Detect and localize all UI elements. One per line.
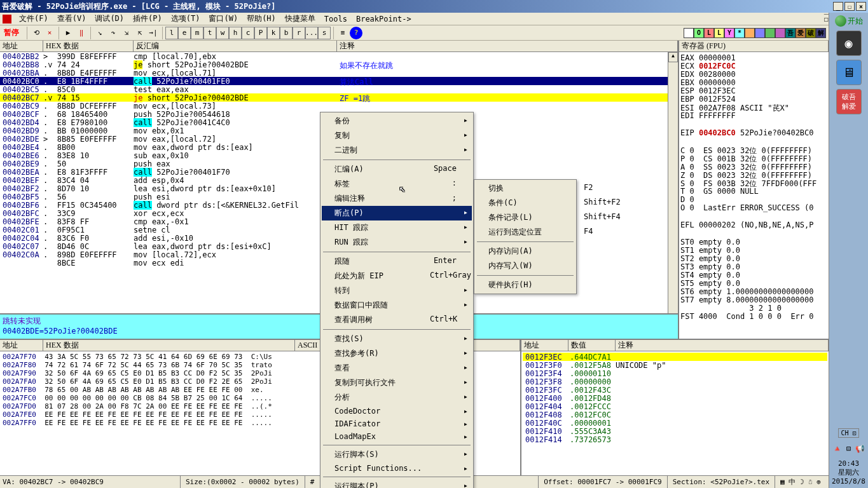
cpu-row[interactable]: 00402BC0. E8 1BF4FFFFcall 52PoJie?00401F… [0,77,678,85]
menu-item[interactable]: 切换F2 [476,181,575,196]
stack-row[interactable]: 0012F3FC.0012F43C [523,386,827,394]
dump-header-hex[interactable]: HEX 数据 [43,340,295,351]
close-icon[interactable]: × [43,27,56,39]
menu-debug[interactable]: 调试(D) [91,13,128,25]
list-icon[interactable]: ≡ [336,27,349,39]
menu-item[interactable]: 断点(P)▸ [322,206,472,220]
stack-row[interactable]: 0012F3EC.644DC7A1 [523,353,827,361]
stack-row[interactable]: 0012F40C.00000001 [523,419,827,427]
menu-item[interactable]: 查看调用树Ctrl+K [322,313,472,327]
help-icon[interactable]: ? [350,27,362,39]
menu-item[interactable]: IDAFicator▸ [322,417,472,430]
menu-item[interactable]: HIT 跟踪▸ [322,220,472,235]
stack-row[interactable]: 0012F3F4.00000110 [523,369,827,377]
menu-options[interactable]: 选项(T) [167,13,204,25]
stack-row[interactable]: 0012F404.0012FCCC [523,402,827,410]
stack-header-value[interactable]: 数值 [568,340,616,351]
menu-item[interactable]: 跟随Enter [322,254,472,269]
toolbar-btn-h[interactable]: h [229,27,242,39]
menu-view[interactable]: 查看(V) [53,13,90,25]
menu-window[interactable]: 窗口(W) [205,13,242,25]
stack-row[interactable]: 0012F3F8.00000000 [523,377,827,386]
toolbar-btn-k[interactable]: k [267,27,280,39]
maximize-button[interactable]: ☐ [844,2,855,11]
menu-item[interactable]: 运行脚本(S)▸ [322,447,472,462]
plugin-square[interactable] [684,28,694,38]
cpu-row[interactable]: 00402BBA. 8B8D E4FEFFFFmov ecx,[local.71… [0,69,678,77]
menu-item[interactable]: Script Functions...▸ [322,462,472,475]
header-comment[interactable]: 注释 [337,41,678,51]
start-button[interactable]: 开始 [835,15,863,27]
toolbar-btn-...[interactable]: ... [305,27,318,39]
menu-item[interactable]: 转到▸ [322,283,472,298]
tray-icon-display[interactable]: 🖥 [836,60,862,85]
plugin-square[interactable] [775,28,785,38]
menu-item[interactable]: 查找参考(R)▸ [322,346,472,361]
plugin-square[interactable] [765,28,775,38]
registers-pane[interactable]: 寄存器 (FPU) EAX 00000001ECX 0012FC0CEDX 00… [679,41,829,339]
stack-header-comment[interactable]: 注释 [616,340,829,351]
toolbar-btn-r[interactable]: r [293,27,305,39]
menu-breakpoint[interactable]: BreakPoint-> [352,14,415,24]
mdi-minimize[interactable]: _ [824,6,829,15]
menu-item[interactable]: 此处为新 EIPCtrl+Gray * [322,269,472,283]
menu-tools[interactable]: Tools [320,14,351,24]
system-clock[interactable]: 20:43 星期六 2015/8/8 [832,459,865,488]
menu-item[interactable]: 查看▸ [322,361,472,376]
step-into-icon[interactable]: ↘ [93,27,106,39]
menu-item[interactable]: 条件(C)Shift+F2 [476,196,575,210]
toolbar-btn-e[interactable]: e [178,27,191,39]
tray-icon-app[interactable]: 破吾解爱 [836,89,862,114]
menu-shortcut[interactable]: 快捷菜单 [281,13,319,25]
toolbar-btn-b[interactable]: b [280,27,293,39]
stack-listing[interactable]: 0012F3EC.644DC7A10012F3F0.0012F5A8UNICOD… [521,351,829,475]
context-menu[interactable]: 备份▸复制▸二进制▸汇编(A)Space标签:编辑注释;断点(P)▸HIT 跟踪… [320,112,474,488]
cpu-row[interactable]: 00402BB2> 399D E8FEFFFFcmp [local.70],eb… [0,52,678,60]
plugin-square[interactable] [745,28,755,38]
menu-item[interactable]: 硬件执行(H) [476,278,575,292]
trace-over-icon[interactable]: ⇱ [134,27,146,39]
header-disasm[interactable]: 反汇编 [134,41,337,51]
toolbar-btn-P[interactable]: P [254,27,267,39]
menu-item[interactable]: 数据窗口中跟随▸ [322,298,472,313]
toolbar-btn-m[interactable]: m [191,27,203,39]
menu-item[interactable]: 二进制▸ [322,143,472,158]
menu-file[interactable]: 文件(F) [15,13,52,25]
plugin-square[interactable]: 吾 [785,28,796,38]
menu-item[interactable]: 备份▸ [322,114,472,128]
plugin-square[interactable] [755,28,765,38]
menu-item[interactable]: 分析▸ [322,390,472,405]
close-button[interactable]: × [856,2,866,11]
menu-item[interactable]: 内存访问(A) [476,244,575,259]
run-till-icon[interactable]: →| [147,27,160,39]
cpu-row[interactable]: 00402BC7.v 74 15je short 52PoJie?00402BD… [0,93,678,102]
menu-item[interactable]: LoadMapEx▸ [322,430,472,443]
stack-row[interactable]: 0012F408.0012FC0C [523,410,827,419]
menu-item[interactable]: 标签: [322,177,472,191]
header-address[interactable]: 地址 [0,41,43,51]
menu-help[interactable]: 帮助(H) [243,13,280,25]
menu-item[interactable]: 复制到可执行文件▸ [322,376,472,390]
stack-row[interactable]: 0012F3F0.0012F5A8UNICODE "p" [523,361,827,369]
menu-item[interactable]: 内存写入(W) [476,259,575,273]
stack-header-address[interactable]: 地址 [521,340,568,351]
tray-icon-obs[interactable]: ◉ [836,30,862,56]
dump-header-address[interactable]: 地址 [0,340,43,351]
cpu-row[interactable]: 00402BB8.v 74 24je short 52PoJie?00402BD… [0,60,678,69]
plugin-square[interactable]: * [734,28,745,38]
plugin-square[interactable]: 破 [806,28,816,38]
stack-row[interactable]: 0012F400.0012FD48 [523,394,827,402]
ime-indicator[interactable]: CH ⊡ [838,428,858,438]
menu-item[interactable]: 条件记录(L)Shift+F4 [476,210,575,225]
plugin-square[interactable]: O [694,28,704,38]
plugin-square[interactable]: 解 [816,28,826,38]
toolbar-btn-w[interactable]: w [216,27,229,39]
cpu-row[interactable]: 00402BC5. 85C0test eax,eax [0,85,678,93]
pause-icon[interactable]: ‖ [75,27,88,39]
status-icons[interactable]: ▦ 中 ☽ ☃ ⊕ [775,476,826,488]
menu-item[interactable]: 查找(S)▸ [322,332,472,346]
menu-item[interactable]: RUN 跟踪▸ [322,235,472,250]
menu-item[interactable]: 编辑注释; [322,191,472,206]
toolbar-btn-t[interactable]: t [203,27,216,39]
menu-item[interactable]: CodeDoctor▸ [322,405,472,417]
